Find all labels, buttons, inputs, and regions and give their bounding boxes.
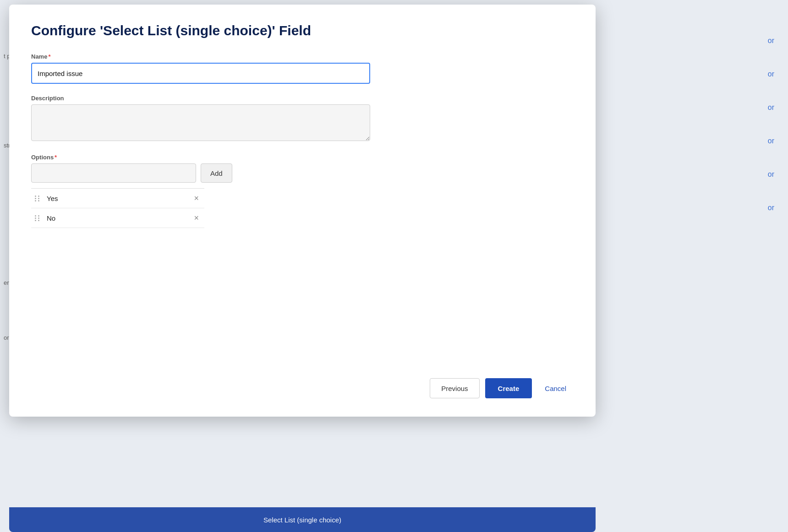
modal-backdrop: Configure 'Select List (single choice)' … — [0, 0, 788, 532]
name-label: Name * — [31, 53, 574, 60]
option-item-no: No × — [31, 208, 204, 228]
remove-yes-button[interactable]: × — [192, 194, 201, 202]
options-list: Yes × No × — [31, 188, 204, 228]
drag-handle-yes[interactable] — [35, 195, 40, 201]
options-label: Options * — [31, 154, 574, 161]
add-option-button[interactable]: Add — [201, 163, 232, 183]
options-add-row: Add — [31, 163, 574, 183]
option-item-yes: Yes × — [31, 189, 204, 208]
drag-handle-no[interactable] — [35, 215, 40, 221]
option-label-no: No — [47, 214, 187, 222]
description-label: Description — [31, 95, 574, 102]
create-button[interactable]: Create — [485, 378, 532, 398]
description-field-group: Description — [31, 95, 574, 143]
modal-footer: Previous Create Cancel — [31, 360, 574, 398]
description-input[interactable] — [31, 104, 370, 141]
bottom-bar-text: Select List (single choice) — [263, 516, 341, 524]
previous-button[interactable]: Previous — [430, 378, 479, 398]
bottom-bar: Select List (single choice) — [9, 507, 596, 532]
options-text-input[interactable] — [31, 163, 196, 183]
remove-no-button[interactable]: × — [192, 214, 201, 222]
options-field-group: Options * Add — [31, 154, 574, 228]
cancel-button[interactable]: Cancel — [537, 378, 574, 398]
name-field-group: Name * — [31, 53, 574, 84]
options-required-star: * — [55, 154, 57, 161]
option-label-yes: Yes — [47, 195, 187, 202]
modal-title: Configure 'Select List (single choice)' … — [31, 23, 574, 38]
configure-field-modal: Configure 'Select List (single choice)' … — [9, 5, 596, 417]
name-input[interactable] — [31, 63, 370, 84]
name-required-star: * — [48, 53, 50, 60]
